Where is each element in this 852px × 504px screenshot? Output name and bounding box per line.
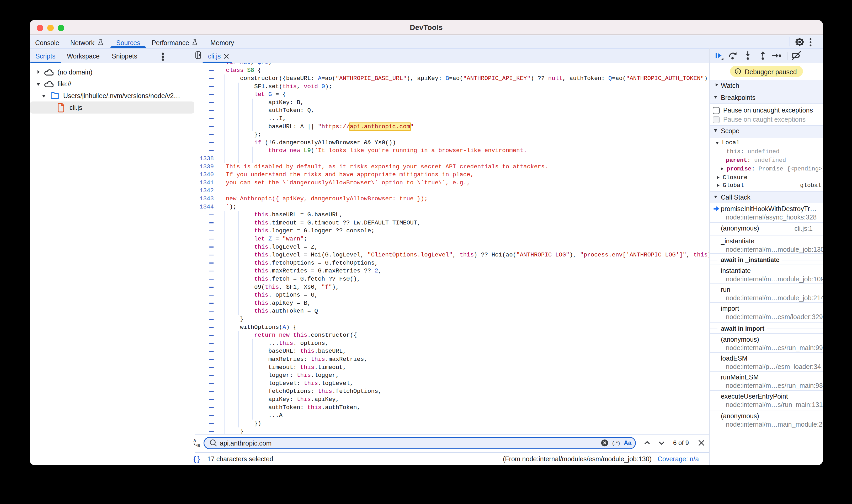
svg-text:B: B	[197, 444, 200, 447]
svg-text:A: A	[193, 438, 196, 443]
